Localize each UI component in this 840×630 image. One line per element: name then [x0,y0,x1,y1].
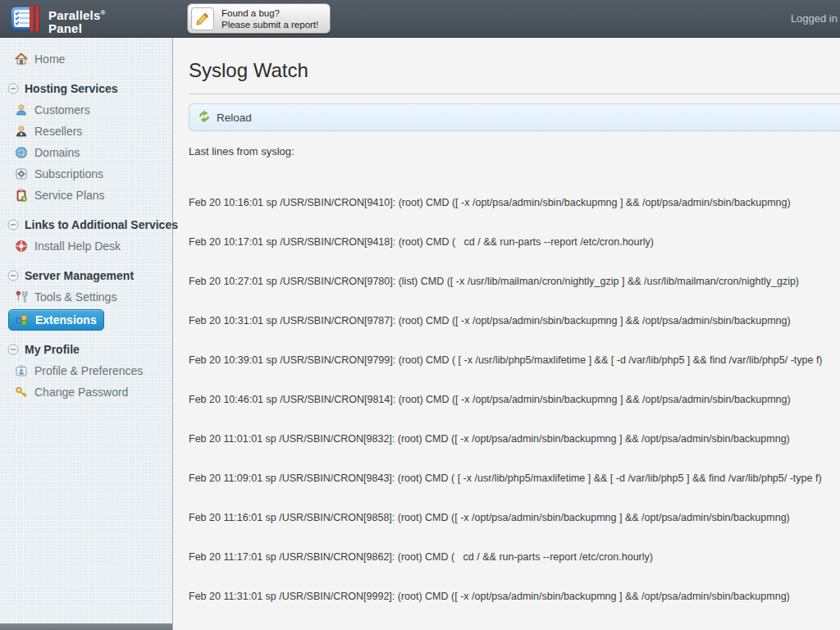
sidebar-item-customers[interactable]: Customers [0,99,172,121]
sidebar-group-my-profile[interactable]: My Profile [0,339,172,360]
sidebar-item-label: Tools & Settings [34,290,116,304]
reload-button[interactable]: Reload [198,110,252,126]
sidebar-item-label: Domains [34,146,80,159]
reload-icon [198,110,211,126]
sidebar-item-domains[interactable]: Domains [0,142,172,163]
title-divider [189,94,840,94]
log-line: Feb 20 10:27:01 sp /USR/SBIN/CRON[9780]:… [189,275,840,288]
sidebar-item-home[interactable]: Home [0,48,172,70]
brand-trademark: ® [101,9,106,16]
log-line: Feb 20 10:31:01 sp /USR/SBIN/CRON[9787]:… [189,314,840,327]
main-content: Syslog Watch Reload Last lines from sysl… [174,38,840,630]
sidebar-item-label: Customers [34,103,90,116]
brand-name: Parallels [48,8,101,22]
log-intro-text: Last lines from syslog: [189,145,840,158]
sidebar-item-label: Resellers [34,125,82,138]
log-line: Feb 20 10:46:01 sp /USR/SBIN/CRON[9814]:… [189,393,840,406]
log-line: Feb 20 11:31:01 sp /USR/SBIN/CRON[9992]:… [189,590,840,603]
sidebar-item-label: Profile & Preferences [34,364,143,377]
parallels-panel-logo: Parallels® Panel [10,4,106,37]
reseller-icon [15,125,28,138]
brand-product: Panel [48,22,106,35]
pencil-icon [191,7,214,30]
collapse-minus-icon[interactable] [7,270,19,281]
top-header-bar: Parallels® Panel Found a bug? Please sub… [0,0,840,38]
bug-button-line1: Found a bug? [221,7,318,19]
reload-button-label: Reload [217,112,252,124]
svg-text:$: $ [23,196,25,201]
subscriptions-icon [15,167,28,180]
sidebar-item-service-plans[interactable]: $ Service Plans [0,185,172,206]
log-line: Feb 20 10:16:01 sp /USR/SBIN/CRON[9410]:… [189,196,840,209]
service-plans-icon: $ [15,189,28,202]
globe-icon [15,146,28,159]
log-line: Feb 20 10:39:01 sp /USR/SBIN/CRON[9799]:… [189,354,840,367]
sidebar-item-tools-settings[interactable]: Tools & Settings [0,286,172,308]
sidebar-item-subscriptions[interactable]: Subscriptions [0,163,172,185]
sidebar-item-label: Subscriptions [34,167,103,180]
sidebar-group-label: Hosting Services [25,82,118,95]
page-title: Syslog Watch [189,59,840,82]
sidebar-group-label: Links to Additional Services [25,218,178,231]
sidebar-item-label: Home [34,52,65,66]
life-ring-icon [15,240,28,253]
collapse-minus-icon[interactable] [7,83,19,94]
sidebar-group-hosting-services[interactable]: Hosting Services [0,78,172,99]
actions-toolbar: Reload [189,103,840,131]
home-icon [15,52,28,66]
sidebar-item-label: Change Password [34,386,128,399]
sidebar-item-install-help-desk[interactable]: Install Help Desk [0,235,172,257]
sidebar-group-server-management[interactable]: Server Management [0,265,172,286]
log-line: Feb 20 11:17:01 sp /USR/SBIN/CRON[9862]:… [189,550,840,564]
parallels-logo-icon [10,4,41,37]
logged-in-status: Logged in [791,12,838,25]
sidebar-item-profile-preferences[interactable]: Profile & Preferences [0,360,172,381]
log-line: Feb 20 11:16:01 sp /USR/SBIN/CRON[9858]:… [189,511,840,524]
sidebar-group-label: My Profile [25,343,80,356]
sidebar-group-label: Server Management [25,269,134,282]
syslog-output: Feb 20 10:16:01 sp /USR/SBIN/CRON[9410]:… [189,170,840,630]
collapse-minus-icon[interactable] [7,344,19,355]
customer-icon [15,103,28,116]
sidebar-item-change-password[interactable]: Change Password [0,381,172,403]
log-line: Feb 20 11:01:01 sp /USR/SBIN/CRON[9832]:… [189,432,840,445]
sidebar-group-additional-services[interactable]: Links to Additional Services [0,214,172,235]
sidebar-item-label: Service Plans [34,189,105,202]
sidebar-item-label: Extensions [35,313,97,326]
sidebar-navigation: Home Hosting Services Customers [0,38,173,630]
log-line: Feb 20 11:09:01 sp /USR/SBIN/CRON[9843]:… [189,472,840,485]
sidebar-item-label: Install Help Desk [34,240,121,253]
collapse-minus-icon[interactable] [7,219,19,231]
key-icon [15,386,28,399]
bug-button-line2: Please submit a report! [221,19,318,30]
tools-icon [15,290,28,304]
profile-badge-icon [15,364,28,377]
sidebar-item-resellers[interactable]: Resellers [0,121,172,142]
submit-bug-report-button[interactable]: Found a bug? Please submit a report! [187,3,331,34]
sidebar-item-extensions[interactable]: Extensions [8,309,104,331]
log-line: Feb 20 10:17:01 sp /USR/SBIN/CRON[9418]:… [189,235,840,249]
extensions-icon [16,313,29,326]
